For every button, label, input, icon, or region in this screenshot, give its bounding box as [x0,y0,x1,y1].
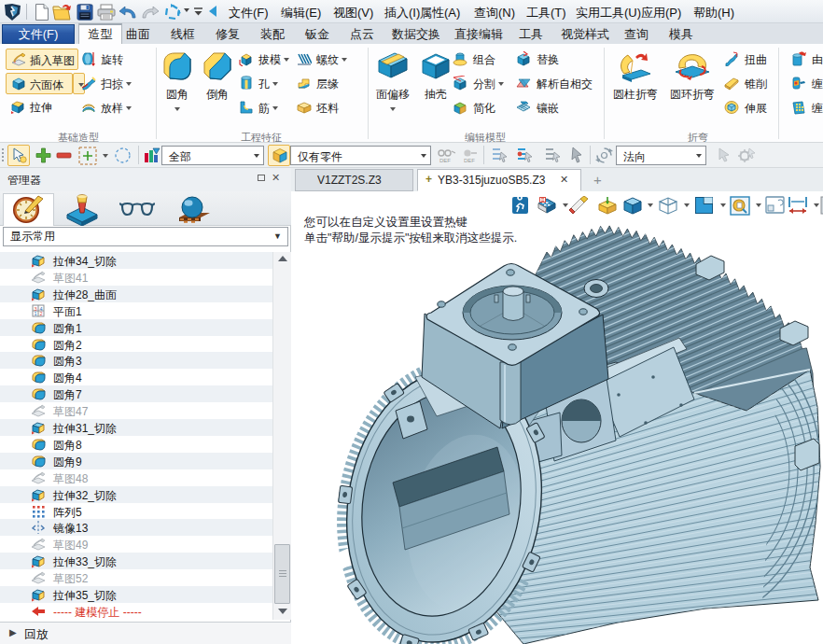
svg-text:DEF: DEF [464,158,475,163]
svg-text:DEF: DEF [439,158,451,163]
